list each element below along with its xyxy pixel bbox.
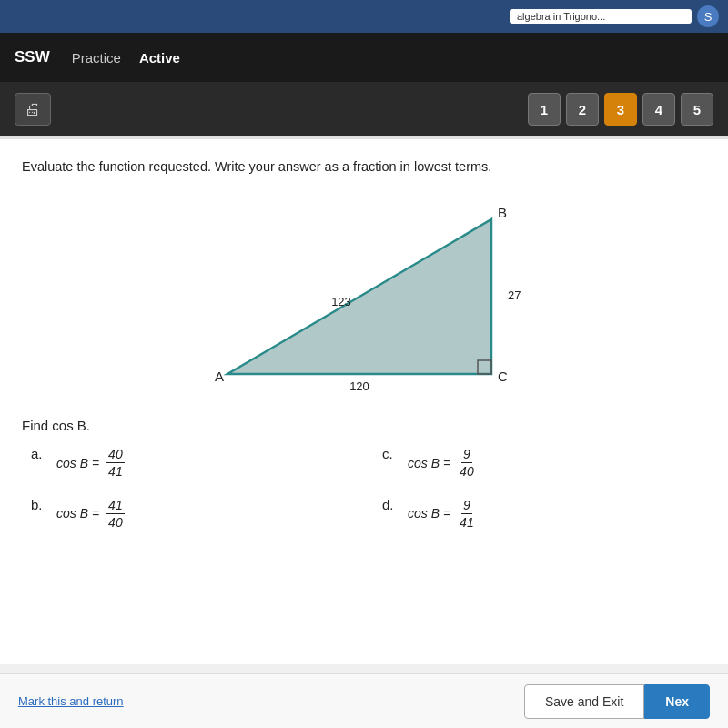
answer-content-d: cos B = 9 41 (408, 497, 476, 531)
header-nav: Practice Active (72, 50, 180, 66)
answer-d[interactable]: d. cos B = 9 41 (382, 497, 697, 531)
svg-text:B: B (498, 205, 507, 220)
answer-c[interactable]: c. cos B = 9 40 (382, 446, 697, 480)
answer-b[interactable]: b. cos B = 41 40 (31, 497, 346, 531)
answer-letter-a: a. (31, 446, 47, 461)
answer-letter-d: d. (382, 497, 399, 512)
question-num-3[interactable]: 3 (604, 93, 637, 126)
cos-label-c: cos B = (408, 456, 450, 470)
answer-content-b: cos B = 41 40 (56, 497, 125, 531)
cos-row-a: cos B = 40 41 (56, 446, 125, 480)
cos-row-d: cos B = 9 41 (408, 497, 476, 531)
browser-bar-right: algebra in Trigono... S (510, 5, 719, 27)
diagram-container: A B C 123 27 120 (22, 192, 706, 401)
nav-practice[interactable]: Practice (72, 50, 121, 66)
answers-grid: a. cos B = 40 41 c. cos B = 9 (22, 446, 706, 531)
question-instruction: Evaluate the function requested. Write y… (22, 157, 706, 176)
answer-letter-c: c. (382, 446, 399, 461)
print-button[interactable]: 🖨 (15, 93, 51, 126)
cos-row-c: cos B = 9 40 (408, 446, 476, 480)
fraction-den-d: 41 (458, 514, 476, 531)
fraction-den-a: 41 (106, 463, 125, 480)
question-num-5[interactable]: 5 (681, 93, 713, 126)
answer-content-a: cos B = 40 41 (56, 446, 125, 480)
bottom-bar: Mark this and return Save and Exit Nex (0, 673, 728, 728)
next-button[interactable]: Nex (644, 684, 710, 719)
svg-text:123: 123 (331, 295, 351, 308)
bottom-right-buttons: Save and Exit Nex (524, 684, 710, 719)
fraction-b: 41 40 (106, 497, 125, 531)
question-num-2[interactable]: 2 (566, 93, 599, 126)
app-header: SSW Practice Active (0, 33, 728, 82)
mark-return-link[interactable]: Mark this and return (18, 694, 124, 708)
toolbar: 🖨 1 2 3 4 5 (0, 82, 728, 136)
cos-label-b: cos B = (56, 506, 99, 521)
svg-text:C: C (498, 369, 508, 384)
nav-active[interactable]: Active (139, 50, 180, 66)
question-num-1[interactable]: 1 (528, 93, 561, 126)
question-num-4[interactable]: 4 (642, 93, 675, 126)
print-icon: 🖨 (25, 100, 41, 119)
svg-marker-0 (228, 219, 491, 374)
cos-label-a: cos B = (56, 456, 99, 470)
svg-text:A: A (215, 369, 224, 384)
fraction-d: 9 41 (458, 497, 476, 531)
question-numbers: 1 2 3 4 5 (528, 93, 713, 126)
save-exit-button[interactable]: Save and Exit (524, 684, 644, 719)
svg-text:27: 27 (508, 288, 521, 302)
main-content: Evaluate the function requested. Write y… (0, 136, 728, 664)
fraction-a: 40 41 (106, 446, 125, 480)
browser-icon: S (697, 5, 719, 27)
svg-text:120: 120 (349, 379, 369, 393)
cos-label-d: cos B = (408, 506, 450, 521)
fraction-den-c: 40 (458, 463, 476, 480)
fraction-num-d: 9 (461, 497, 472, 514)
fraction-num-a: 40 (106, 446, 125, 463)
ssw-logo: SSW (15, 48, 50, 66)
answer-content-c: cos B = 9 40 (408, 446, 476, 480)
fraction-den-b: 40 (106, 514, 125, 531)
answer-a[interactable]: a. cos B = 40 41 (31, 446, 346, 480)
browser-bar: algebra in Trigono... S (0, 0, 728, 33)
browser-url: algebra in Trigono... (510, 9, 692, 24)
fraction-num-c: 9 (461, 446, 472, 463)
fraction-num-b: 41 (106, 497, 125, 514)
fraction-c: 9 40 (458, 446, 476, 480)
find-cos-label: Find cos B. (22, 418, 706, 433)
cos-row-b: cos B = 41 40 (56, 497, 125, 531)
triangle-diagram: A B C 123 27 120 (200, 192, 528, 401)
answer-letter-b: b. (31, 497, 47, 512)
